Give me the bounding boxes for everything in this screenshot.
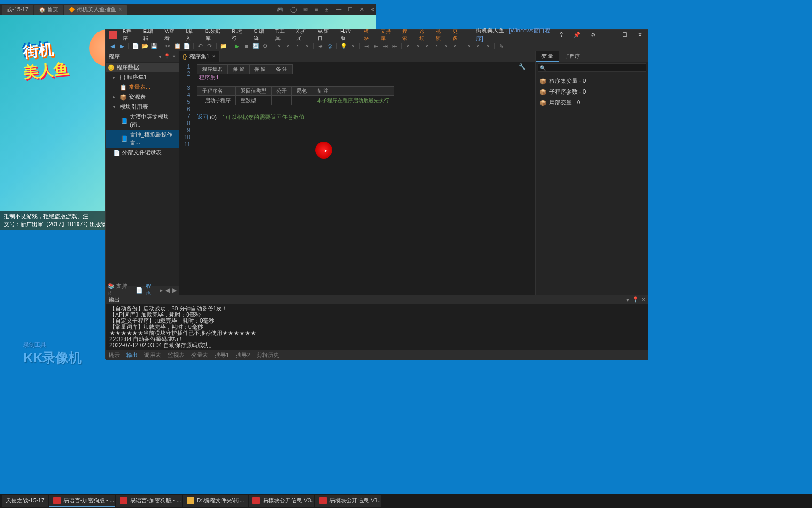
run-icon[interactable]: ▶ <box>233 42 241 50</box>
menu-extra-module[interactable]: 模块 <box>361 27 377 43</box>
more3-icon[interactable]: ⚬ <box>423 42 431 50</box>
open-icon[interactable]: 📂 <box>141 42 148 50</box>
copy-icon[interactable]: 📋 <box>173 42 181 50</box>
wand-icon[interactable]: ✎ <box>498 42 505 50</box>
tree-item-programset[interactable]: ▸{ } 程序集1 <box>106 72 179 82</box>
menu-run[interactable]: R.运行 <box>229 27 250 43</box>
new-icon[interactable]: 📄 <box>132 42 139 50</box>
game-tab-2[interactable]: 🔶 街机美人鱼捕鱼× <box>64 5 127 15</box>
output-tab-find1[interactable]: 搜寻1 <box>215 351 229 359</box>
output-dropdown-icon[interactable]: ▾ <box>626 296 629 303</box>
tree-item-external[interactable]: 📄外部文件记录表 <box>106 148 179 158</box>
ide-close-icon[interactable]: ✕ <box>635 32 645 38</box>
more1-icon[interactable]: ⚬ <box>405 42 412 50</box>
menu-window[interactable]: W.窗口 <box>315 27 336 43</box>
sidebar-tab-2[interactable]: 📄 <box>136 287 143 294</box>
menu-extra-search[interactable]: 搜索 <box>399 27 415 43</box>
more2-icon[interactable]: ⚬ <box>414 42 422 50</box>
sidebar-scroll-left[interactable]: ◀ <box>165 287 170 294</box>
tool2-icon[interactable]: ⚬ <box>284 42 292 50</box>
arrow-icon[interactable]: ➜ <box>317 42 324 50</box>
more5-icon[interactable]: ⚬ <box>442 42 450 50</box>
tree-root[interactable]: 😊程序数据 <box>106 63 179 72</box>
tree-item-constants[interactable]: 📋常量表... <box>106 82 179 92</box>
output-tab-clip[interactable]: 剪辑历史 <box>257 351 279 359</box>
taskbar-item-4[interactable]: 易模块公开信息 V3... <box>249 495 314 507</box>
tool1-icon[interactable]: ⚬ <box>275 42 282 50</box>
tool3-icon[interactable]: ⚬ <box>294 42 301 50</box>
save-icon[interactable]: 💾 <box>150 42 158 50</box>
close-window-icon[interactable]: ✕ <box>359 6 364 13</box>
indent1-icon[interactable]: ⇥ <box>363 42 370 50</box>
stop-icon[interactable]: ■ <box>242 42 250 50</box>
back-icon[interactable]: ◀ <box>109 42 116 50</box>
rp-search-input[interactable]: 🔍 <box>538 64 646 72</box>
output-close-icon[interactable]: × <box>642 296 645 303</box>
ide-maximize-icon[interactable]: ☐ <box>619 32 630 38</box>
pin-icon[interactable]: 📌 <box>570 32 583 38</box>
editor-tool-icon[interactable]: 🔧 <box>519 64 526 70</box>
taskbar-item-0[interactable]: 天使之战-15-17 <box>2 495 48 507</box>
rp-item-setvar[interactable]: 📦程序集变量 - 0 <box>538 76 646 87</box>
ide-minimize-icon[interactable]: — <box>603 32 615 38</box>
menu-tools[interactable]: T.工具 <box>273 27 292 43</box>
settings-icon[interactable]: ⚙ <box>588 32 599 38</box>
more4-icon[interactable]: ⚬ <box>433 42 440 50</box>
mail-icon[interactable]: ✉ <box>303 6 308 13</box>
output-pin-icon[interactable]: 📍 <box>632 296 639 303</box>
rp-tab-vars[interactable]: 变 量 <box>536 51 559 62</box>
menu-file[interactable]: F.程序 <box>120 27 140 43</box>
dropdown-icon[interactable]: ▾ <box>159 53 162 60</box>
menu-extend[interactable]: X.扩展 <box>293 27 314 43</box>
menu-database[interactable]: B.数据库 <box>203 27 228 43</box>
build-icon[interactable]: ⚙ <box>261 42 269 50</box>
tree-item-resources[interactable]: ▸📦资源表 <box>106 92 179 102</box>
more6-icon[interactable]: ⚬ <box>452 42 459 50</box>
close-panel-icon[interactable]: × <box>172 53 176 60</box>
indent2-icon[interactable]: ⇤ <box>372 42 380 50</box>
menu-edit[interactable]: E.编辑 <box>141 27 161 43</box>
output-tab-call[interactable]: 调用表 <box>144 351 161 359</box>
menu-extra-more[interactable]: 更多 <box>450 27 466 43</box>
target-icon[interactable]: ◎ <box>326 42 334 50</box>
code-editor[interactable]: 1 2 3 4 5 6 7 8 9 10 11 程序集名保 留保 留备 注 <box>179 62 535 295</box>
help-icon[interactable]: ? <box>557 32 566 38</box>
user-icon[interactable]: ◯ <box>290 6 297 13</box>
more9-icon[interactable]: ⚬ <box>484 42 492 50</box>
menu-view[interactable]: V.查看 <box>162 27 182 43</box>
sidebar-tab-more[interactable]: ▸ <box>160 287 163 294</box>
output-tab-find2[interactable]: 搜寻2 <box>236 351 250 359</box>
taskbar-item-5[interactable]: 易模块公开信息 V3... <box>315 495 381 507</box>
sidebar-scroll-right[interactable]: ▶ <box>172 287 177 294</box>
undo-icon[interactable]: ↶ <box>196 42 204 50</box>
folder-icon[interactable]: 📁 <box>219 42 227 50</box>
indent3-icon[interactable]: ⇥ <box>382 42 389 50</box>
rp-item-locals[interactable]: 📦局部变量 - 0 <box>538 97 646 108</box>
output-tab-output[interactable]: 输出 <box>126 351 138 359</box>
maximize-icon[interactable]: ☐ <box>348 6 353 13</box>
rp-tab-subs[interactable]: 子程序 <box>559 51 586 62</box>
cut-icon[interactable]: ✂ <box>164 42 172 50</box>
redo-icon[interactable]: ↷ <box>206 42 213 50</box>
more8-icon[interactable]: ⚬ <box>475 42 482 50</box>
taskbar-item-2[interactable]: 易语言-加密狗版 - ... <box>116 495 182 507</box>
game-tab-1[interactable]: 🏠 首页 <box>34 5 63 15</box>
tree-item-module-1[interactable]: 📘大漠中英文模块 (南... <box>106 112 179 130</box>
pin-icon[interactable]: 📍 <box>164 53 171 60</box>
tab-close-icon[interactable]: × <box>212 53 216 60</box>
menu-help[interactable]: H.帮助 <box>337 27 358 43</box>
collapse-icon[interactable]: « <box>371 6 374 13</box>
refresh-icon[interactable]: 🔄 <box>252 42 259 50</box>
taskbar-item-3[interactable]: D:\编程文件夹\街... <box>183 495 248 507</box>
menu-icon[interactable]: ≡ <box>314 6 318 13</box>
gamepad-icon[interactable]: 🎮 <box>277 6 284 13</box>
output-tab-watch[interactable]: 监视表 <box>168 351 185 359</box>
output-tab-var[interactable]: 变量表 <box>191 351 208 359</box>
editor-tab-1[interactable]: {}程序集1× <box>179 51 220 62</box>
tree-item-modules[interactable]: ▾模块引用表 <box>106 102 179 112</box>
menu-compile[interactable]: C.编译 <box>251 27 272 43</box>
tree-item-module-2[interactable]: 📘雷神_模拟器操作 - 雷... <box>106 130 179 148</box>
more7-icon[interactable]: ⚬ <box>465 42 473 50</box>
minimize-icon[interactable]: — <box>336 6 341 13</box>
paste-icon[interactable]: 📄 <box>183 42 190 50</box>
